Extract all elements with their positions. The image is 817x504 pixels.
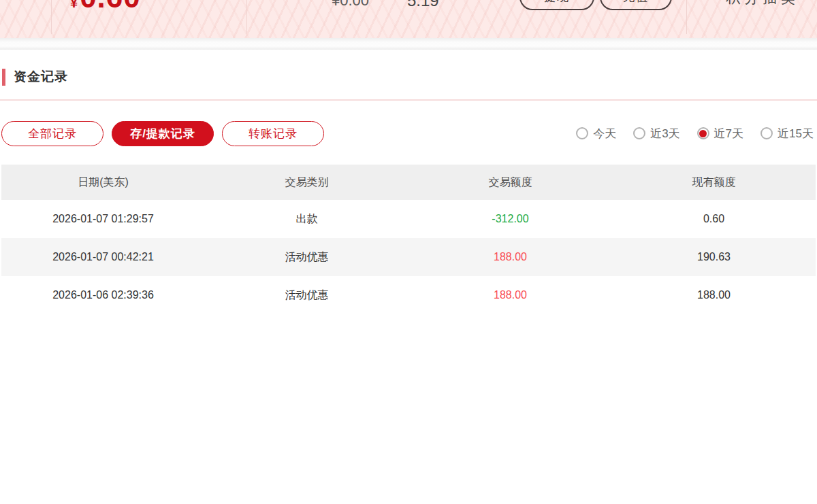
filter-tab[interactable]: 存/提款记录 bbox=[112, 121, 214, 146]
secondary-balance: ¥0.00 bbox=[332, 0, 369, 8]
date-range-label: 今天 bbox=[593, 126, 616, 141]
column-header: 日期(美东) bbox=[1, 175, 205, 190]
date-range-option[interactable]: 今天 bbox=[576, 126, 616, 141]
column-header: 交易类别 bbox=[205, 175, 408, 190]
cell-type: 出款 bbox=[205, 212, 408, 226]
banner-shadow-strip bbox=[0, 38, 817, 50]
cell-amount: 188.00 bbox=[408, 251, 612, 263]
main-balance-value: 0.60 bbox=[80, 0, 141, 12]
filter-row: 全部记录存/提款记录转账记录 今天 近3天 近7天 近15天 bbox=[0, 120, 817, 146]
cell-type: 活动优惠 bbox=[205, 288, 408, 303]
cell-amount: -312.00 bbox=[408, 213, 612, 225]
table-row: 2026-01-07 00:42:21 活动优惠 188.00 190.63 bbox=[1, 238, 816, 276]
withdraw-button[interactable]: 提现 bbox=[519, 0, 594, 10]
date-range-option[interactable]: 近15天 bbox=[760, 126, 814, 141]
table-header-row: 日期(美东)交易类别交易额度现有额度 bbox=[1, 165, 816, 200]
points-lottery-link[interactable]: 积分抽奖 bbox=[726, 0, 799, 5]
section-header: 资金记录 bbox=[0, 68, 817, 86]
column-header: 现有额度 bbox=[612, 175, 816, 190]
date-range-label: 近15天 bbox=[778, 126, 814, 141]
recharge-button[interactable]: 充值 bbox=[600, 0, 672, 10]
banner-divider bbox=[686, 0, 687, 34]
date-range-label: 近3天 bbox=[650, 126, 679, 141]
table-body: 2026-01-07 01:29:57 出款 -312.00 0.60 2026… bbox=[1, 200, 816, 314]
wallet-banner: ¥ 0.60 ¥0.00 5.19 提现 充值 积分抽奖 bbox=[0, 0, 817, 38]
table-row: 2026-01-07 01:29:57 出款 -312.00 0.60 bbox=[1, 200, 816, 238]
date-range-group: 今天 近3天 近7天 近15天 bbox=[576, 126, 814, 141]
cell-balance: 0.60 bbox=[612, 213, 816, 225]
cell-amount: 188.00 bbox=[408, 289, 612, 301]
table-row: 2026-01-06 02:39:36 活动优惠 188.00 188.00 bbox=[1, 276, 816, 314]
main-balance: ¥ 0.60 bbox=[70, 0, 141, 12]
date-range-option[interactable]: 近7天 bbox=[697, 126, 743, 141]
cell-balance: 188.00 bbox=[612, 289, 816, 301]
filter-tab[interactable]: 全部记录 bbox=[1, 121, 103, 146]
cell-date: 2026-01-07 01:29:57 bbox=[1, 213, 205, 225]
cell-date: 2026-01-06 02:39:36 bbox=[1, 289, 205, 301]
radio-icon bbox=[697, 127, 709, 139]
radio-icon bbox=[576, 127, 588, 139]
radio-icon bbox=[760, 127, 773, 139]
section-divider bbox=[0, 99, 817, 101]
currency-symbol: ¥ bbox=[70, 0, 78, 10]
filter-tabs: 全部记录存/提款记录转账记录 bbox=[1, 121, 324, 146]
column-header: 交易额度 bbox=[408, 175, 612, 190]
banner-divider bbox=[51, 0, 52, 34]
cell-date: 2026-01-07 00:42:21 bbox=[1, 251, 205, 263]
cell-type: 活动优惠 bbox=[205, 250, 408, 265]
radio-icon bbox=[633, 127, 645, 139]
title-accent-bar bbox=[2, 69, 5, 86]
date-range-option[interactable]: 近3天 bbox=[633, 126, 679, 141]
funds-record-table: 日期(美东)交易类别交易额度现有额度 2026-01-07 01:29:57 出… bbox=[1, 165, 816, 314]
filter-tab[interactable]: 转账记录 bbox=[222, 121, 324, 146]
metric-value: 5.19 bbox=[407, 0, 439, 9]
cell-balance: 190.63 bbox=[612, 251, 816, 263]
banner-divider bbox=[246, 0, 247, 34]
page-title: 资金记录 bbox=[14, 68, 68, 86]
date-range-label: 近7天 bbox=[714, 126, 743, 141]
